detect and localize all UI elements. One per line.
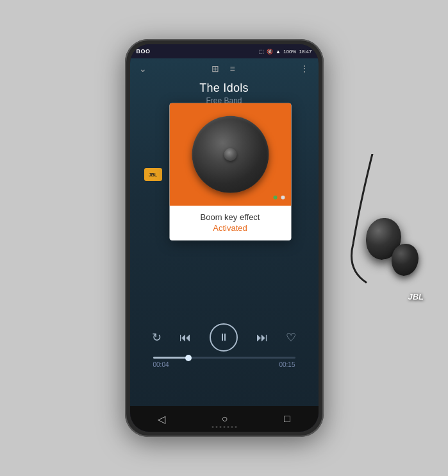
earphone-unit-small [392,244,419,276]
home-nav-button[interactable]: ○ [222,413,228,425]
boom-knob-center [224,148,236,161]
cast-icon: ⬚ [259,49,264,55]
boom-orange-area [169,103,291,206]
grill-dot [219,426,221,428]
time-total: 00:15 [279,361,295,368]
boom-effect-label: Boom key effect [178,212,282,222]
grill-dot [223,426,225,428]
jbl-logo-small: JBL [144,168,162,181]
grill-dot [235,426,236,428]
status-right: ⬚ 🔇 ▲ 100% 18:47 [259,49,311,55]
nav-bar: ◁ ○ □ [130,406,319,432]
grill-dot [212,426,213,428]
progress-area: 00:04 00:15 [143,357,306,368]
grill-dot [215,426,217,428]
pause-icon: ⏸ [219,332,229,343]
album-area: JBL Boom key [130,110,319,239]
boom-status-dots [273,196,285,200]
boom-popup[interactable]: Boom key effect Activated [169,103,291,241]
grill-dot [231,426,233,428]
earphone-units [366,218,424,295]
song-title: The Idols [130,81,319,95]
phone-body: BOO ⬚ 🔇 ▲ 100% 18:47 ⌄ ⊞ ≡ [125,39,324,437]
jbl-brand-label: JBL [408,292,424,302]
progress-times: 00:04 00:15 [153,361,295,368]
recents-nav-button[interactable]: □ [284,413,290,425]
top-bar: ⌄ ⊞ ≡ ⋮ [130,58,319,79]
battery-text: 100% [283,49,296,55]
control-buttons: ↻ ⏮ ⏸ ⏭ ♡ [143,323,306,352]
top-bar-center: ⊞ ≡ [212,64,235,74]
playlist-icon[interactable]: ≡ [229,64,235,74]
repeat-button[interactable]: ↻ [152,330,162,344]
status-bar: BOO ⬚ 🔇 ▲ 100% 18:47 [130,44,319,58]
wifi-icon: ▲ [276,49,281,55]
chevron-down-icon[interactable]: ⌄ [139,64,147,74]
pause-button[interactable]: ⏸ [210,323,238,352]
active-dot [273,196,277,200]
boom-text-area: Boom key effect Activated [169,206,291,241]
inactive-dot [281,196,285,200]
time-display: 18:47 [299,49,311,55]
progress-fill [153,357,189,359]
progress-thumb [185,355,192,361]
grill-dot [227,426,229,428]
nfc-icon: 🔇 [267,49,273,55]
scene: BOO ⬚ 🔇 ▲ 100% 18:47 ⌄ ⊞ ≡ [0,0,448,476]
playback-controls: ↻ ⏮ ⏸ ⏭ ♡ [130,318,319,371]
progress-track[interactable] [153,357,295,359]
prev-button[interactable]: ⏮ [179,331,191,344]
back-nav-button[interactable]: ◁ [158,413,165,425]
music-screen: ⌄ ⊞ ≡ ⋮ The Idols Free Band JBL [130,58,319,406]
phone-screen: BOO ⬚ 🔇 ▲ 100% 18:47 ⌄ ⊞ ≡ [130,44,319,432]
earphone-assembly: JBL [366,218,424,295]
speaker-grill [212,426,236,428]
time-current: 00:04 [153,361,169,368]
boom-status-text: Activated [178,223,282,233]
more-options-icon[interactable]: ⋮ [300,64,309,74]
next-button[interactable]: ⏭ [256,331,268,344]
boom-knob [192,116,269,193]
app-name: BOO [137,48,151,55]
favorite-button[interactable]: ♡ [286,330,296,344]
grid-view-icon[interactable]: ⊞ [212,64,219,74]
